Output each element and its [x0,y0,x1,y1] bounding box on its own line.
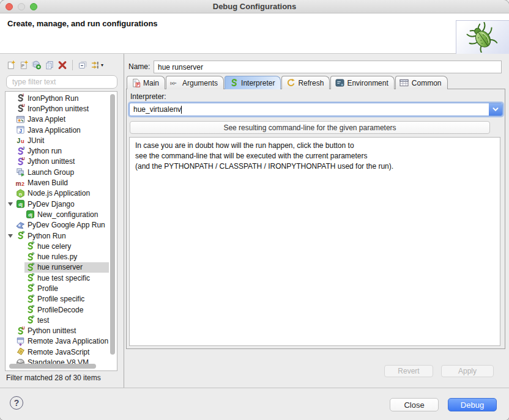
tree-item-label: Launch Group [28,168,74,177]
python-run-icon: P [25,273,35,282]
tree-item-content: PProfileDecode [24,304,109,315]
apply-button[interactable]: Apply [441,365,494,377]
panel-sash[interactable] [124,54,124,388]
python-run-icon: P [25,241,35,251]
environment-tab-icon [335,79,344,87]
tree-item-content: PyDev Google App Run [15,220,109,230]
close-button[interactable]: Close [390,398,439,411]
tree-item-hue-rules-py[interactable]: Phue rules.py [6,251,109,262]
tree-item-launch-group[interactable]: Launch Group [6,167,109,177]
tree-item-python-unittest[interactable]: UPython unittest [6,326,109,336]
new-launch-prototype-button[interactable]: P [18,57,30,72]
tree-item-python-run[interactable]: PPython Run [6,230,109,241]
tab-arguments[interactable]: (x)=Arguments [166,76,224,89]
svg-text:dj: dj [28,212,32,218]
tree-item-pydev-django[interactable]: djPyDev Django [6,199,109,209]
tree-item-pydev-google-app-run[interactable]: PyDev Google App Run [6,220,109,230]
combo-dropdown-button[interactable] [489,103,502,116]
interpreter-combo[interactable]: hue_virtualenv [129,103,503,116]
revert-button[interactable]: Revert [384,365,433,377]
svg-text:U: U [21,104,24,108]
arguments-tab-icon: (x)= [170,79,180,87]
python-run-icon: P [15,231,25,240]
tree-item-profiledecode[interactable]: PProfileDecode [6,304,109,315]
tree-item-content: Phue runserver [24,262,109,273]
delete-icon [58,60,67,70]
interpreter-info-text: In case you are in doubt how will the ru… [129,137,500,346]
svg-text:m: m [16,180,21,186]
tree-item-ironpython-run[interactable]: IIronPython Run [6,93,109,103]
tree-item-content: Remote JavaScript [15,347,109,357]
filter-launch-configurations-button[interactable]: ▾ [89,57,105,72]
tab-environment[interactable]: Environment [330,76,394,89]
tree-item-content: m2Maven Build [15,177,109,188]
tree-item-label: Python Run [28,232,66,240]
tree-item-maven-build[interactable]: m2Maven Build [6,177,109,188]
collapse-all-button[interactable] [76,57,89,72]
dialog-header-title: Create, manage, and run configurations [7,19,158,28]
tree-item-remote-java-application[interactable]: Remote Java Application [6,336,109,347]
tree-item-label: IronPython Run [28,94,78,103]
remote-js-icon [15,347,25,356]
tab-interpreter[interactable]: Interpreter [225,76,281,89]
tree-item-content: UIronPython unittest [15,103,109,114]
tab-main[interactable]: PMain [127,76,165,89]
tab-refresh[interactable]: Refresh [281,76,330,89]
common-tab-icon [399,79,409,87]
tree-item-remote-javascript[interactable]: Remote JavaScript [6,347,109,357]
tree-item-node-js-application[interactable]: nNode.js Application [6,188,109,199]
nodejs-icon: n [15,189,25,198]
ironpython-run-icon: I [15,94,25,103]
info-line: see the command-line that will be execut… [135,151,494,161]
tree-item-java-application[interactable]: JJava Application [6,125,109,135]
svg-text:U: U [21,157,24,161]
delete-launch-configuration-button[interactable] [56,57,69,72]
tree-item-ironpython-unittest[interactable]: UIronPython unittest [6,103,109,114]
expand-arrow-icon[interactable] [6,234,15,238]
export-launch-configurations-button[interactable] [31,57,43,72]
debug-button[interactable]: Debug [448,398,497,411]
tree-item-content: UJython unittest [15,157,109,167]
debug-bug-icon [456,20,509,54]
duplicate-launch-configuration-button[interactable] [43,57,56,72]
svg-text:P: P [32,263,35,267]
tree-rows: IIronPython Run UIronPython unittestJava… [6,93,109,368]
junit-icon: Ju [15,136,25,145]
tree-item-content: JJython run [15,146,109,156]
tree-item-jython-unittest[interactable]: UJython unittest [6,157,109,167]
tab-label: Interpreter [241,79,275,87]
tree-item-label: Maven Build [28,179,68,187]
main-tab-icon: P [131,78,141,87]
filter-status-text: Filter matched 28 of 30 items [6,374,101,382]
tree-item-profile-specific[interactable]: PProfile specific [6,294,109,304]
new-launch-configuration-button[interactable] [5,57,17,72]
tab-common[interactable]: Common [395,76,448,89]
tree-item-hue-runserver[interactable]: Phue runserver [6,262,109,273]
refresh-tab-icon [286,78,295,87]
tree-vertical-scrollbar[interactable] [110,94,115,355]
svg-text:P: P [22,231,25,235]
tree-item-content: PProfile [24,283,109,293]
filter-input[interactable] [6,75,117,89]
tree-item-label: JUnit [28,136,44,145]
expand-arrow-icon[interactable] [6,202,15,206]
tree-item-junit[interactable]: JuJUnit [6,135,109,146]
tree-item-hue-test-specific[interactable]: Phue test specific [6,273,109,283]
tree-item-new-configuration[interactable]: djNew_configuration [6,209,109,219]
tree-item-profile[interactable]: PProfile [6,283,109,293]
tree-item-content: Java Applet [15,114,109,125]
name-input[interactable] [154,61,502,73]
tree-horizontal-scrollbar[interactable] [9,364,96,369]
remote-java-icon [15,337,25,346]
new-config-icon [6,59,16,71]
tree-item-content: Phue test specific [24,273,109,283]
svg-text:P: P [32,315,35,319]
svg-text:U: U [21,326,24,330]
tree-item-test[interactable]: Ptest [6,315,109,325]
tree-item-jython-run[interactable]: JJython run [6,146,109,156]
see-command-line-button[interactable]: See resulting command-line for the given… [130,121,490,134]
java-applet-icon [15,115,25,124]
tree-item-hue-celery[interactable]: Phue celery [6,241,109,251]
help-button[interactable]: ? [10,396,23,410]
tree-item-java-applet[interactable]: Java Applet [6,114,109,125]
